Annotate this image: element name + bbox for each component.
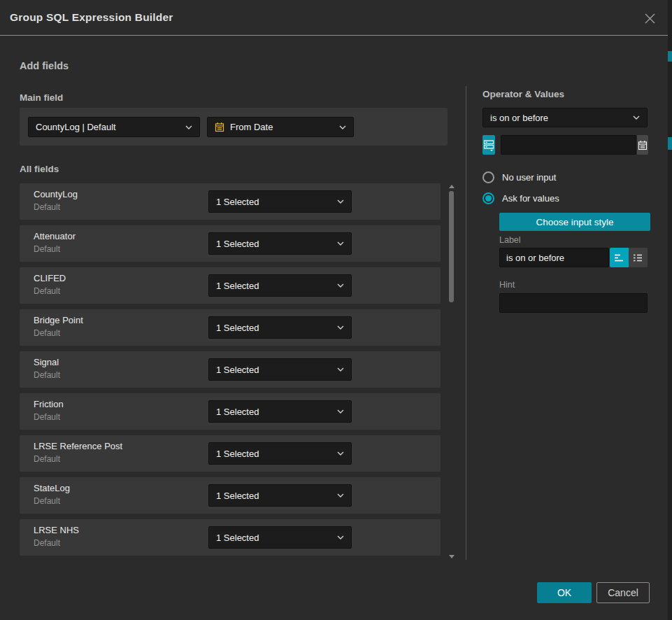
field-selection-dropdown[interactable]: 1 Selected (208, 190, 352, 213)
add-fields-heading: Add fields (20, 60, 69, 71)
field-selection-dropdown[interactable]: 1 Selected (208, 274, 352, 297)
chevron-down-icon (337, 199, 344, 204)
field-selection-dropdown-value: 1 Selected (216, 281, 331, 291)
label-input-row (499, 248, 648, 267)
field-name: Bridge Point (34, 315, 83, 325)
field-name: Signal (34, 357, 60, 367)
field-name: LRSE NHS (34, 525, 79, 535)
scroll-down-icon[interactable] (449, 555, 455, 558)
field-meta: StateLog Default (34, 483, 70, 506)
field-sublabel: Default (34, 328, 83, 338)
close-button[interactable] (638, 7, 661, 29)
field-selection-dropdown-value: 1 Selected (216, 533, 331, 543)
layer-dropdown[interactable]: CountyLog | Default (28, 117, 200, 137)
scrollbar-thumb[interactable] (449, 191, 454, 302)
chevron-down-icon (337, 241, 344, 246)
chevron-down-icon (337, 451, 344, 456)
all-fields-list: CountyLog Default 1 Selected Attenuator … (20, 183, 441, 561)
layer-dropdown-value: CountyLog | Default (36, 122, 180, 132)
field-name: Friction (34, 399, 64, 409)
field-selection-dropdown[interactable]: 1 Selected (208, 484, 352, 507)
calendar-button[interactable] (637, 135, 648, 155)
single-line-style-toggle[interactable] (610, 248, 629, 267)
field-name: Attenuator (34, 231, 76, 241)
date-value-input[interactable] (501, 135, 636, 155)
field-row: CLIFED Default 1 Selected (20, 267, 441, 304)
field-selection-dropdown-value: 1 Selected (216, 323, 331, 333)
radio-label: Ask for values (502, 193, 559, 204)
ok-button[interactable]: OK (537, 582, 592, 603)
panel-divider (466, 86, 466, 560)
chevron-down-icon (337, 367, 344, 372)
main-field-label: Main field (20, 92, 63, 103)
field-selection-dropdown[interactable]: 1 Selected (208, 526, 352, 549)
field-sublabel: Default (34, 286, 66, 296)
all-fields-label: All fields (20, 164, 59, 174)
label-field-caption: Label (499, 235, 521, 245)
field-meta: Bridge Point Default (34, 315, 83, 338)
field-sublabel: Default (34, 538, 79, 548)
scroll-up-icon[interactable] (449, 185, 455, 188)
main-field-dropdown[interactable]: From Date (207, 117, 354, 137)
calendar-icon (215, 122, 224, 132)
radio-circle-checked (482, 192, 494, 204)
list-style-toggle[interactable] (629, 248, 648, 267)
field-selection-dropdown[interactable]: 1 Selected (208, 316, 352, 339)
background-fragment (668, 51, 672, 62)
field-sublabel: Default (34, 202, 78, 212)
list-scrollbar[interactable] (448, 181, 455, 561)
field-sublabel: Default (34, 496, 70, 506)
radio-label: No user input (502, 172, 556, 183)
field-name: LRSE Reference Post (34, 441, 122, 451)
field-row: Bridge Point Default 1 Selected (20, 309, 441, 346)
choose-input-style-button[interactable]: Choose input style (499, 213, 650, 231)
field-row: LRSE Reference Post Default 1 Selected (20, 435, 441, 472)
dialog-header: Group SQL Expression Builder (0, 0, 668, 36)
field-selection-dropdown[interactable]: 1 Selected (208, 400, 352, 423)
field-sublabel: Default (34, 454, 122, 464)
chevron-down-icon (337, 283, 344, 288)
unique-values-button[interactable] (482, 135, 495, 155)
field-selection-dropdown-value: 1 Selected (216, 449, 331, 459)
operator-dropdown[interactable]: is on or before (482, 108, 648, 127)
operator-dropdown-value: is on or before (490, 113, 627, 123)
chevron-down-icon (337, 535, 344, 540)
stacked-rows-icon (483, 139, 494, 151)
calendar-icon (638, 140, 648, 150)
hint-input[interactable] (499, 293, 648, 313)
label-input[interactable] (499, 248, 609, 267)
field-row: Attenuator Default 1 Selected (20, 225, 441, 262)
chevron-down-icon (337, 493, 344, 498)
radio-ask-for-values[interactable]: Ask for values (482, 192, 559, 204)
field-meta: LRSE Reference Post Default (34, 441, 122, 464)
field-meta: Attenuator Default (34, 231, 76, 254)
field-selection-dropdown-value: 1 Selected (216, 407, 331, 417)
chevron-down-icon (185, 125, 192, 129)
radio-no-user-input[interactable]: No user input (482, 171, 556, 183)
field-meta: Signal Default (34, 357, 60, 380)
value-input-row (482, 135, 648, 155)
field-selection-dropdown-value: 1 Selected (216, 491, 331, 501)
field-meta: Friction Default (34, 399, 64, 422)
chevron-down-icon (633, 115, 640, 120)
field-sublabel: Default (34, 412, 64, 422)
field-selection-dropdown[interactable]: 1 Selected (208, 442, 352, 465)
cancel-button[interactable]: Cancel (596, 582, 650, 603)
field-selection-dropdown[interactable]: 1 Selected (208, 232, 352, 255)
operator-values-heading: Operator & Values (482, 89, 564, 99)
field-meta: CLIFED Default (34, 273, 66, 296)
field-name: CountyLog (34, 189, 78, 199)
field-selection-dropdown-value: 1 Selected (216, 365, 331, 375)
hint-field-caption: Hint (499, 280, 515, 290)
field-selection-dropdown[interactable]: 1 Selected (208, 358, 352, 381)
field-row: LRSE NHS Default 1 Selected (20, 519, 441, 556)
field-meta: LRSE NHS Default (34, 525, 79, 548)
chevron-down-icon (337, 409, 344, 414)
field-name: CLIFED (34, 273, 66, 283)
field-row: Friction Default 1 Selected (20, 393, 441, 430)
field-row: Signal Default 1 Selected (20, 351, 441, 388)
main-field-dropdown-value: From Date (230, 122, 328, 132)
field-row: CountyLog Default 1 Selected (20, 183, 441, 220)
main-field-box: CountyLog | Default From Date (20, 108, 448, 146)
chevron-down-icon (337, 325, 344, 330)
